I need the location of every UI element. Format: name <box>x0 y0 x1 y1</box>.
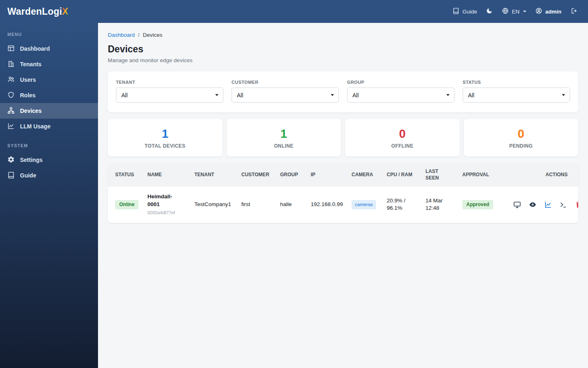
stat-value: 0 <box>399 127 405 141</box>
status-filter-select[interactable]: All <box>463 88 570 103</box>
stats-row: 1 TOTAL DEVICES 1 ONLINE 0 OFFLINE 0 PEN… <box>108 119 578 157</box>
col-tenant: TENANT <box>188 163 235 186</box>
sidebar-item-label: Dashboard <box>20 45 50 52</box>
sidebar-item-tenants[interactable]: Tenants <box>0 56 98 72</box>
eye-icon[interactable] <box>529 201 537 209</box>
breadcrumb-dashboard-link[interactable]: Dashboard <box>108 32 135 38</box>
approval-badge: Approved <box>462 200 493 209</box>
col-camera: CAMERA <box>345 163 380 186</box>
brand-x: X <box>62 6 69 17</box>
camera-badge[interactable]: cameras <box>352 200 376 209</box>
col-last-seen: LAST SEEN <box>419 163 456 186</box>
stat-value: 1 <box>162 127 168 141</box>
col-ip: IP <box>304 163 345 186</box>
sidebar-item-label: Devices <box>20 108 42 114</box>
sidebar-item-label: Tenants <box>20 61 42 67</box>
user-icon <box>535 7 542 16</box>
chevron-down-icon <box>523 11 526 12</box>
filter-tenant: TENANT All <box>116 80 223 103</box>
breadcrumb: Dashboard / Devices <box>108 32 578 38</box>
devices-icon <box>7 107 15 115</box>
sidebar-item-roles[interactable]: Roles <box>0 88 98 103</box>
topbar: WardenLogiX Guide EN admin <box>0 0 588 23</box>
dark-mode-toggle[interactable] <box>486 7 493 16</box>
brand-text: WardenLogi <box>7 6 62 17</box>
filter-customer: CUSTOMER All <box>232 80 339 103</box>
group-filter-select[interactable]: All <box>347 88 454 103</box>
sidebar-item-settings[interactable]: Settings <box>0 152 98 168</box>
system-section-label: SYSTEM <box>7 143 98 148</box>
user-menu[interactable]: admin <box>535 7 561 16</box>
stat-pending: 0 PENDING <box>464 119 579 157</box>
status-badge: Online <box>115 200 138 209</box>
sidebar-item-users[interactable]: Users <box>0 72 98 88</box>
filter-customer-label: CUSTOMER <box>232 80 339 85</box>
col-group: GROUP <box>274 163 304 186</box>
filter-status: STATUS All <box>463 80 570 103</box>
col-customer: CUSTOMER <box>235 163 274 186</box>
building-icon <box>7 60 15 69</box>
stat-value: 1 <box>281 127 287 141</box>
sidebar-item-label: LLM Usage <box>20 123 51 130</box>
stat-label: PENDING <box>509 143 532 149</box>
metrics-chart-icon[interactable] <box>544 201 552 209</box>
users-icon <box>7 76 15 84</box>
stat-label: ONLINE <box>274 143 294 149</box>
filter-group-label: GROUP <box>347 80 454 85</box>
language-label: EN <box>512 9 519 15</box>
logout-button[interactable] <box>570 7 577 16</box>
page-title: Devices <box>108 44 578 55</box>
devices-table-card: STATUS NAME TENANT CUSTOMER GROUP IP CAM… <box>108 163 578 223</box>
devices-table: STATUS NAME TENANT CUSTOMER GROUP IP CAM… <box>108 163 578 223</box>
sidebar-item-label: Settings <box>20 157 42 163</box>
device-customer: first <box>235 186 274 223</box>
filter-status-label: STATUS <box>463 80 570 85</box>
stat-online: 1 ONLINE <box>227 119 341 157</box>
col-name: NAME <box>141 163 188 186</box>
sign-out-icon <box>570 7 577 16</box>
device-last-seen: 14 Mar 12:48 <box>419 186 456 223</box>
brand-logo: WardenLogiX <box>0 6 98 17</box>
guide-link[interactable]: Guide <box>452 7 477 16</box>
stat-label: OFFLINE <box>391 143 413 149</box>
filter-group: GROUP All <box>347 80 454 103</box>
terminal-icon[interactable] <box>559 201 567 209</box>
sidebar: MENU Dashboard Tenants Users Roles Devic… <box>0 23 98 368</box>
breadcrumb-current: Devices <box>143 32 163 38</box>
dashboard-icon <box>7 45 15 53</box>
stat-label: TOTAL DEVICES <box>145 143 185 149</box>
filter-tenant-label: TENANT <box>116 80 223 85</box>
language-dropdown[interactable]: EN <box>502 7 526 16</box>
actions-cell <box>501 186 578 223</box>
sidebar-item-label: Users <box>20 76 36 83</box>
device-id: 0000a4df77ef <box>147 210 184 216</box>
main-content: Dashboard / Devices Devices Manage and m… <box>98 23 588 368</box>
device-name: Heimdall-0001 <box>147 193 184 209</box>
chart-line-icon <box>7 122 15 131</box>
device-group: halle <box>274 186 304 223</box>
sidebar-item-dashboard[interactable]: Dashboard <box>0 41 98 56</box>
sidebar-item-label: Guide <box>20 172 36 179</box>
stat-offline: 0 OFFLINE <box>345 119 460 157</box>
guide-label: Guide <box>462 9 477 15</box>
globe-icon <box>502 7 509 16</box>
device-cpu-ram: 20.9% / 96.1% <box>380 186 419 223</box>
col-actions: ACTIONS <box>501 163 578 186</box>
trash-icon[interactable] <box>575 201 578 209</box>
customer-filter-select[interactable]: All <box>232 88 339 103</box>
book-icon <box>7 171 15 180</box>
stat-total-devices: 1 TOTAL DEVICES <box>108 119 223 157</box>
remote-desktop-icon[interactable] <box>513 201 521 209</box>
tenant-filter-select[interactable]: All <box>116 88 223 103</box>
shield-icon <box>7 91 15 100</box>
col-cpu-ram: CPU / RAM <box>380 163 419 186</box>
table-row: Online Heimdall-0001 0000a4df77ef TestCo… <box>108 186 578 223</box>
sidebar-item-label: Roles <box>20 92 36 99</box>
col-status: STATUS <box>108 163 141 186</box>
sidebar-item-devices[interactable]: Devices <box>0 103 98 119</box>
sidebar-item-llm-usage[interactable]: LLM Usage <box>0 119 98 134</box>
stat-value: 0 <box>518 127 524 141</box>
table-header-row: STATUS NAME TENANT CUSTOMER GROUP IP CAM… <box>108 163 578 186</box>
sidebar-item-guide[interactable]: Guide <box>0 168 98 183</box>
moon-icon <box>486 7 493 16</box>
